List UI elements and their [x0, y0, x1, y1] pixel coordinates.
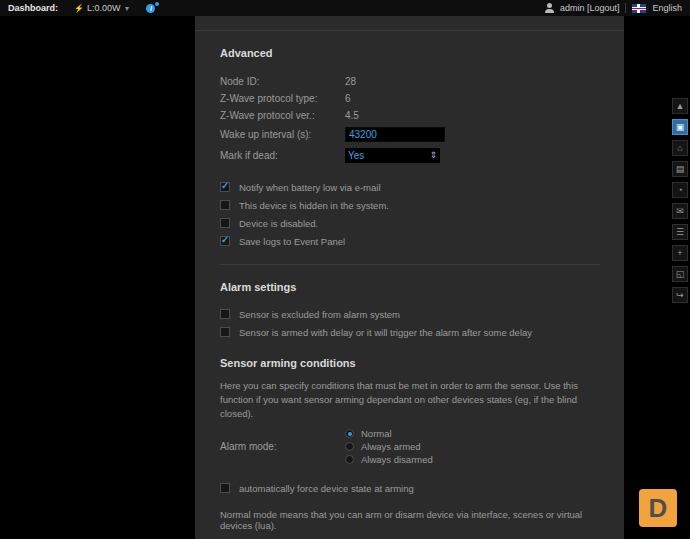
exit-button[interactable]: ↪ [672, 287, 688, 303]
move-icon: + [677, 248, 682, 258]
field-row: Node ID: 28 [220, 73, 600, 90]
device-hidden-checkbox[interactable]: ✓ [220, 200, 230, 210]
logs-icon: ☰ [676, 227, 684, 237]
notify-battery-checkbox[interactable]: ✓ [220, 182, 230, 192]
divider [625, 3, 626, 13]
notification-dot [155, 2, 159, 6]
devices-icon: ▤ [676, 164, 685, 174]
save-logs-checkbox[interactable]: ✓ [220, 236, 230, 246]
armed-with-delay-checkbox[interactable]: ✓ [220, 327, 230, 337]
check-icon: ✓ [221, 234, 229, 245]
field-label: Node ID: [220, 76, 345, 87]
messages-button[interactable]: ✉ [672, 203, 688, 219]
user-icon [545, 3, 554, 13]
home-button[interactable]: ⌂ [672, 140, 688, 156]
user-logout-link[interactable]: admin [Logout] [560, 3, 620, 13]
checkbox-label: Sensor is armed with delay or it will tr… [239, 327, 532, 338]
select-stepper-icon: ⇕ [429, 151, 437, 160]
excluded-from-alarm-checkbox[interactable]: ✓ [220, 309, 230, 319]
messages-icon: ✉ [676, 206, 684, 216]
divider [195, 30, 624, 31]
selected-value: Yes [348, 150, 364, 161]
field-label: Z-Wave protocol type: [220, 93, 345, 104]
device-disabled-checkbox[interactable]: ✓ [220, 218, 230, 228]
check-icon: ✓ [221, 180, 229, 191]
mark-if-dead-select[interactable]: Yes ⇕ [345, 148, 440, 163]
divider [220, 264, 600, 265]
arming-description: Here you can specify conditions that mus… [220, 379, 602, 420]
checkbox-label: This device is hidden in the system. [239, 200, 389, 211]
logs-button[interactable]: ☰ [672, 224, 688, 240]
field-label: Z-Wave protocol ver.: [220, 110, 345, 121]
move-button[interactable]: + [672, 245, 688, 261]
field-row: Wake up interval (s): [220, 124, 600, 145]
scroll-up-icon: ▲ [676, 101, 685, 111]
advanced-section-title: Advanced [220, 47, 600, 59]
chevron-down-icon: ▼ [124, 5, 131, 12]
gauge-button[interactable]: ◔ [672, 182, 688, 198]
field-row: Mark if dead: Yes ⇕ [220, 145, 600, 166]
checkbox-row: ✓ Sensor is armed with delay or it will … [220, 323, 600, 341]
field-row: Z-Wave protocol type: 6 [220, 90, 600, 107]
home-icon: ⌂ [677, 143, 682, 153]
alarm-settings-title: Alarm settings [220, 281, 600, 293]
field-row: Z-Wave protocol ver.: 4.5 [220, 107, 600, 124]
language-flag-icon [632, 4, 646, 13]
radio-row: Normal [345, 428, 433, 438]
radio-label: Normal [361, 428, 392, 439]
scroll-up-button[interactable]: ▲ [672, 98, 688, 114]
info-icon[interactable]: i [146, 4, 155, 13]
devices-button[interactable]: ▤ [672, 161, 688, 177]
power-consumption-widget[interactable]: ⚡ L:0.00W ▼ [74, 3, 130, 13]
radio-label: Always armed [361, 441, 421, 452]
popout-icon: ◱ [676, 269, 685, 279]
lightning-icon: ⚡ [74, 4, 84, 13]
alarm-mode-label: Alarm mode: [220, 441, 345, 452]
force-device-state-checkbox[interactable]: ✓ [220, 483, 230, 493]
checkbox-label: automatically force device state at armi… [239, 483, 414, 494]
radio-row: Always armed [345, 441, 433, 451]
save-icon: ▣ [676, 122, 685, 132]
screen: Dashboard: ⚡ L:0.00W ▼ i admin [Logout] … [0, 0, 690, 539]
radio-row: Always disarmed [345, 454, 433, 464]
checkbox-label: Save logs to Event Panel [239, 236, 345, 247]
mode-always-armed-radio[interactable] [345, 442, 354, 451]
side-toolbar: ▲ ▣ ⌂ ▤ ◔ ✉ ☰ + ◱ ↪ [672, 98, 688, 303]
popout-button[interactable]: ◱ [672, 266, 688, 282]
save-button[interactable]: ▣ [672, 119, 688, 135]
checkbox-row: ✓ Sensor is excluded from alarm system [220, 305, 600, 323]
checkbox-label: Notify when battery low via e-mail [239, 182, 381, 193]
node-id-value: 28 [345, 76, 356, 87]
mode-normal-radio[interactable] [345, 429, 354, 438]
field-label: Mark if dead: [220, 150, 345, 161]
field-label: Wake up interval (s): [220, 129, 345, 140]
checkbox-label: Sensor is excluded from alarm system [239, 309, 400, 320]
power-value: L:0.00W [87, 3, 121, 13]
dashboard-label: Dashboard: [8, 3, 58, 13]
checkbox-label: Device is disabled. [239, 218, 318, 229]
checkbox-row: ✓ Save logs to Event Panel [220, 232, 600, 250]
topbar: Dashboard: ⚡ L:0.00W ▼ i admin [Logout] … [0, 0, 690, 16]
wake-up-interval-input[interactable] [345, 127, 445, 142]
d-badge[interactable]: D [639, 489, 677, 527]
topbar-right: admin [Logout] English [545, 3, 682, 13]
normal-mode-note: Normal mode means that you can arm or di… [220, 509, 600, 531]
alarm-mode-group: Alarm mode: Normal Always armed Always d… [220, 428, 600, 464]
language-selector[interactable]: English [652, 3, 682, 13]
protocol-version-value: 4.5 [345, 110, 359, 121]
exit-icon: ↪ [676, 290, 684, 300]
checkbox-row: ✓ Device is disabled. [220, 214, 600, 232]
checkbox-row: ✓ This device is hidden in the system. [220, 196, 600, 214]
device-settings-panel: Advanced Node ID: 28 Z-Wave protocol typ… [195, 16, 624, 539]
checkbox-row: ✓ automatically force device state at ar… [220, 479, 600, 497]
sensor-arming-title: Sensor arming conditions [220, 357, 600, 369]
mode-always-disarmed-radio[interactable] [345, 455, 354, 464]
gauge-icon: ◔ [677, 185, 682, 195]
protocol-type-value: 6 [345, 93, 351, 104]
checkbox-row: ✓ Notify when battery low via e-mail [220, 178, 600, 196]
radio-label: Always disarmed [361, 454, 433, 465]
